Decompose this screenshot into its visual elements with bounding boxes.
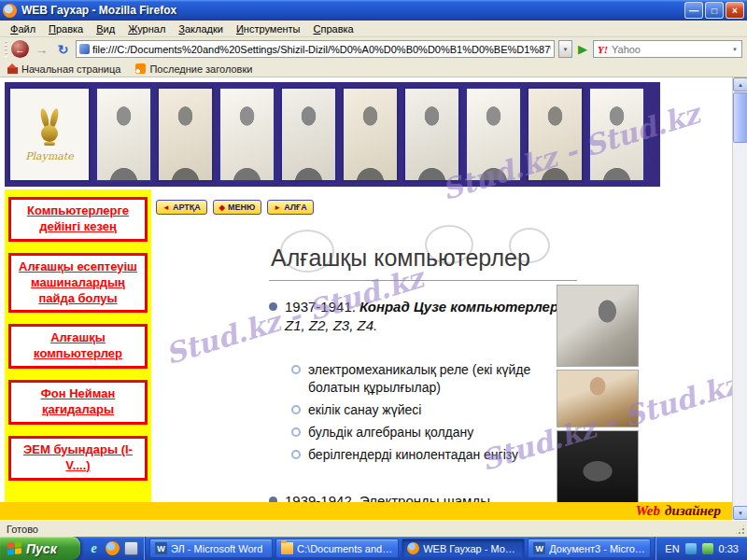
menu-file[interactable]: Файл bbox=[4, 21, 42, 36]
rss-icon bbox=[135, 63, 146, 74]
go-button[interactable]: ▶ bbox=[576, 42, 589, 56]
portrait-image bbox=[527, 87, 584, 182]
url-input[interactable] bbox=[92, 44, 551, 55]
portrait-image bbox=[95, 87, 152, 182]
browser-content: Playmate Компьютерлерге дейінгі кезең Ал… bbox=[0, 77, 747, 520]
task-word-document3[interactable]: W Документ3 - Microsof... bbox=[528, 539, 651, 558]
portrait-image bbox=[218, 87, 275, 182]
circle-bullet-icon bbox=[291, 450, 301, 459]
slide-photos bbox=[557, 285, 639, 505]
task-firefox-web-gauhar[interactable]: WEB Гаухар - Mozilla ... bbox=[402, 539, 525, 558]
internet-explorer-icon[interactable]: e bbox=[87, 541, 101, 555]
task-word-el[interactable]: W ЭЛ - Microsoft Word bbox=[149, 539, 273, 558]
window-title: WEB Гаухар - Mozilla Firefox bbox=[21, 4, 680, 17]
minimize-button[interactable]: — bbox=[684, 2, 703, 19]
slide-photo bbox=[557, 430, 639, 505]
quick-launch: e bbox=[80, 537, 146, 560]
taskbar-tasks: W ЭЛ - Microsoft Word C:\Documents and S… bbox=[146, 537, 655, 560]
sidebar-link-computer-generations[interactable]: ЭЕМ буындары (I-V....) bbox=[8, 436, 148, 481]
slide-sub-bullet: бульдік алгебраны қолдану bbox=[291, 424, 581, 441]
content-forward-button[interactable]: ► АЛҒА bbox=[267, 200, 313, 215]
slide-bullet-1: 1937-1941. Конрад Цузе компьютерлері: Z1… bbox=[269, 298, 581, 335]
taskbar: Пуск e W ЭЛ - Microsoft Word C:\Document… bbox=[0, 537, 747, 560]
back-button[interactable]: ← bbox=[11, 40, 29, 58]
vertical-scrollbar[interactable]: ▲ ▼ bbox=[732, 77, 747, 520]
sidebar-link-first-computers[interactable]: Алғашқы компьютерлер bbox=[8, 324, 148, 369]
footer-designer-label: дизайнер bbox=[665, 503, 721, 519]
portrait-image bbox=[280, 87, 337, 182]
firefox-quicklaunch-icon[interactable] bbox=[106, 541, 120, 555]
reload-button[interactable]: ↻ bbox=[54, 40, 72, 58]
menu-marker-icon: ◆ bbox=[219, 203, 225, 212]
navigation-toolbar: ← → ↻ ▼ ▶ Y! ▼ bbox=[0, 37, 747, 61]
slide-sub-bullet: электромеханикалық реле (екі күйде болат… bbox=[291, 361, 581, 397]
menu-view[interactable]: Вид bbox=[90, 21, 121, 36]
sidebar-link-von-neumann[interactable]: Фон Нейман қағидалары bbox=[8, 380, 148, 425]
content-back-button[interactable]: ◄ АРТҚА bbox=[156, 200, 207, 215]
language-indicator[interactable]: EN bbox=[665, 543, 679, 554]
tray-icon[interactable] bbox=[702, 543, 713, 554]
scroll-up-button[interactable]: ▲ bbox=[733, 77, 747, 91]
yahoo-icon[interactable]: Y! bbox=[598, 44, 608, 55]
resize-grip[interactable] bbox=[734, 524, 746, 536]
word-icon: W bbox=[155, 542, 167, 554]
show-desktop-icon[interactable] bbox=[124, 541, 138, 555]
search-dropdown-icon[interactable]: ▼ bbox=[732, 47, 738, 52]
portrait-banner: Playmate bbox=[5, 82, 660, 187]
maximize-button[interactable]: □ bbox=[705, 2, 724, 19]
home-icon bbox=[7, 63, 18, 74]
search-input[interactable] bbox=[612, 44, 728, 55]
slide-photo bbox=[557, 285, 639, 367]
folder-icon bbox=[281, 542, 293, 554]
word-icon: W bbox=[533, 542, 545, 554]
circle-bullet-icon bbox=[291, 365, 301, 374]
forward-button[interactable]: → bbox=[33, 40, 50, 58]
firefox-task-icon bbox=[407, 542, 419, 554]
url-dropdown-button[interactable]: ▼ bbox=[558, 40, 572, 58]
windows-flag-icon bbox=[7, 541, 21, 556]
playmate-logo: Playmate bbox=[8, 87, 91, 182]
circle-bullet-icon bbox=[291, 427, 301, 437]
content-nav: ◄ АРТҚА ◆ МЕНЮ ► АЛҒА bbox=[156, 200, 314, 215]
address-bar bbox=[76, 40, 555, 58]
sidebar-link-pre-computer-era[interactable]: Компьютерлерге дейінгі кезең bbox=[8, 197, 148, 242]
portrait-image bbox=[342, 87, 399, 182]
slide-divider bbox=[269, 280, 577, 281]
page-footer: Web дизайнер bbox=[0, 502, 732, 520]
forward-arrow-icon: ► bbox=[274, 203, 281, 212]
sidebar-link-first-calculating-machines[interactable]: Алғашқы есептеуіш машиналардың пайда бол… bbox=[8, 253, 148, 314]
bookmark-home[interactable]: Начальная страница bbox=[7, 63, 120, 75]
sidebar: Компьютерлерге дейінгі кезең Алғашқы есе… bbox=[5, 189, 151, 502]
slide-title: Алғашқы компьютерлер bbox=[271, 244, 581, 272]
content-menu-button[interactable]: ◆ МЕНЮ bbox=[213, 200, 261, 215]
slide-sub-bullet: берілгендерді кинолентадан енгізу bbox=[291, 446, 581, 464]
bookmark-latest-headlines[interactable]: Последние заголовки bbox=[135, 63, 252, 75]
system-tray: EN 0:33 bbox=[655, 537, 747, 560]
scrollbar-thumb[interactable] bbox=[733, 92, 747, 143]
firefox-icon bbox=[3, 4, 17, 18]
task-explorer-documents[interactable]: C:\Documents and Set... bbox=[275, 539, 399, 558]
bullet-icon bbox=[269, 302, 277, 311]
search-box: Y! ▼ bbox=[593, 40, 742, 58]
page-favicon bbox=[79, 44, 90, 54]
portrait-image bbox=[465, 87, 522, 182]
status-text: Готово bbox=[7, 524, 38, 535]
titlebar: WEB Гаухар - Mozilla Firefox — □ × bbox=[0, 0, 747, 21]
slide: Алғашқы компьютерлер 1937-1941. Конрад Ц… bbox=[263, 225, 581, 502]
menu-edit[interactable]: Правка bbox=[42, 21, 90, 36]
menu-history[interactable]: Журнал bbox=[121, 21, 172, 36]
slide-sub-bullet: екілік санау жүйесі bbox=[291, 401, 581, 419]
portrait-image bbox=[157, 87, 214, 182]
menu-help[interactable]: Справка bbox=[307, 21, 360, 36]
scroll-down-button[interactable]: ▼ bbox=[733, 506, 747, 520]
portrait-image bbox=[403, 87, 460, 182]
close-button[interactable]: × bbox=[726, 2, 744, 19]
portrait-image bbox=[588, 87, 645, 182]
menu-bookmarks[interactable]: Закладки bbox=[172, 21, 230, 36]
tray-icon[interactable] bbox=[685, 543, 697, 554]
taskbar-clock[interactable]: 0:33 bbox=[719, 543, 739, 554]
menubar: Файл Правка Вид Журнал Закладки Инструме… bbox=[0, 21, 747, 37]
start-button[interactable]: Пуск bbox=[0, 537, 80, 560]
back-arrow-icon: ◄ bbox=[162, 203, 170, 212]
menu-tools[interactable]: Инструменты bbox=[230, 21, 307, 36]
